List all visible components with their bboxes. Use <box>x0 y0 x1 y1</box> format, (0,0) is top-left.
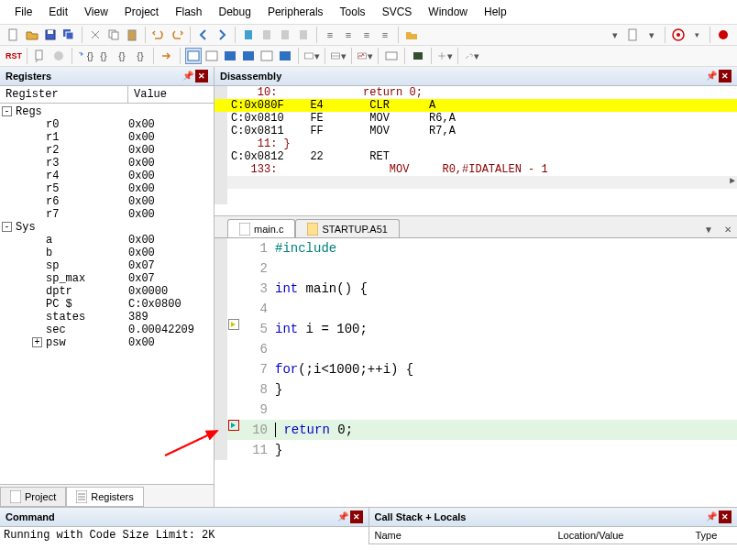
code-line[interactable]: 8 } <box>214 379 737 400</box>
disasm-line[interactable]: C:0x0811 FF MOV R7,A <box>214 125 737 137</box>
pin-icon[interactable]: 📌 <box>337 511 348 522</box>
tab-main-c[interactable]: main.c <box>227 219 295 238</box>
step-icon[interactable]: {} <box>132 48 148 64</box>
register-col[interactable]: Register <box>0 86 128 103</box>
indent-icon[interactable]: ≡ <box>322 27 338 43</box>
nav-fwd-icon[interactable] <box>214 27 230 43</box>
watch-icon[interactable]: ▾ <box>303 48 320 64</box>
record-icon[interactable] <box>715 27 732 43</box>
close-icon[interactable]: ✕ <box>195 70 208 82</box>
run-icon[interactable] <box>32 48 49 64</box>
bookmark-next-icon[interactable] <box>277 27 293 43</box>
menu-edit[interactable]: Edit <box>41 4 75 20</box>
copy-icon[interactable] <box>105 27 122 43</box>
config-icon[interactable]: ▾ <box>607 27 623 43</box>
code-editor[interactable]: 1#include23int main() {45 int i = 100;67… <box>214 237 737 507</box>
register-row[interactable]: r20x00 <box>0 144 214 157</box>
col-type[interactable]: Type <box>690 527 723 544</box>
register-row[interactable]: r60x00 <box>0 195 214 208</box>
tab-close-icon[interactable]: ✕ <box>719 222 737 237</box>
register-row[interactable]: a0x00 <box>0 234 214 247</box>
code-line[interactable]: 7 for(;i<1000;++i) { <box>214 359 737 379</box>
code-line[interactable]: 5 int i = 100; <box>214 319 737 339</box>
disasm-line[interactable]: C:0x0812 22 RET <box>214 150 737 163</box>
memory-icon[interactable]: ▾ <box>330 48 346 64</box>
close-icon[interactable]: ✕ <box>719 511 732 523</box>
tab-startup[interactable]: STARTUP.A51 <box>295 219 400 238</box>
command-output[interactable]: Running with Code Size Limit: 2K <box>0 527 368 544</box>
misc-b-icon[interactable]: ▾ <box>436 48 453 64</box>
bookmark-prev-icon[interactable] <box>258 27 275 43</box>
regs-group[interactable]: -Regs <box>0 105 214 118</box>
bookmark-clear-icon[interactable] <box>295 27 312 43</box>
misc-a-icon[interactable] <box>410 48 426 64</box>
register-row[interactable]: r70x00 <box>0 208 214 221</box>
save-icon[interactable] <box>42 27 59 43</box>
register-row[interactable]: r40x00 <box>0 170 214 182</box>
settings-icon[interactable]: ▾ <box>644 27 660 43</box>
dropdown-icon[interactable]: ▾ <box>688 27 705 43</box>
register-row[interactable]: r10x00 <box>0 131 214 144</box>
register-row[interactable]: sp0x07 <box>0 259 214 272</box>
col-name[interactable]: Name <box>369 527 553 544</box>
pin-icon[interactable]: 📌 <box>182 70 193 81</box>
pin-icon[interactable]: 📌 <box>706 511 717 522</box>
disasm-line[interactable]: C:0x0810 FE MOV R6,A <box>214 112 737 125</box>
disasm-line[interactable]: 10: return 0; <box>214 86 737 99</box>
col-location[interactable]: Location/Value <box>553 527 690 544</box>
save-all-icon[interactable] <box>60 27 77 43</box>
register-row[interactable]: sp_max0x07 <box>0 272 214 285</box>
trace-icon[interactable] <box>383 48 400 64</box>
nav-back-icon[interactable] <box>195 27 212 43</box>
code-line[interactable]: 3int main() { <box>214 279 737 299</box>
disassembly-view[interactable]: 10: return 0;C:0x080F E4 CLR AC:0x0810 F… <box>214 86 737 216</box>
disasm-line[interactable]: 11: } <box>214 137 737 150</box>
code-line[interactable]: 6 <box>214 339 737 359</box>
step-out-icon[interactable]: {} <box>114 48 130 64</box>
registers-tree[interactable]: -Regs r00x00r10x00r20x00r30x00r40x00r50x… <box>0 104 214 484</box>
toggle-d-icon[interactable] <box>258 48 275 64</box>
tab-dropdown-icon[interactable]: ▼ <box>698 222 719 237</box>
sys-group[interactable]: -Sys <box>0 221 214 234</box>
code-line[interactable]: 1#include <box>214 238 737 258</box>
cut-icon[interactable] <box>87 27 104 43</box>
step-into-icon[interactable]: {} <box>77 48 94 64</box>
register-row[interactable]: r30x00 <box>0 157 214 170</box>
analyzer-icon[interactable]: ▾ <box>357 48 373 64</box>
outdent-icon[interactable]: ≡ <box>340 27 357 43</box>
uncomment-icon[interactable]: ≡ <box>377 27 393 43</box>
disasm-line[interactable]: C:0x080F E4 CLR A <box>214 99 737 112</box>
find-icon[interactable] <box>403 27 420 43</box>
close-icon[interactable]: ✕ <box>350 511 363 523</box>
menu-window[interactable]: Window <box>421 4 475 20</box>
menu-view[interactable]: View <box>77 4 116 20</box>
register-row[interactable]: +psw0x00 <box>0 336 214 349</box>
disasm-line[interactable]: 133: MOV R0,#IDATALEN - 1 <box>214 163 737 176</box>
close-icon[interactable]: ✕ <box>719 70 732 82</box>
toggle-b-icon[interactable] <box>222 48 238 64</box>
menu-file[interactable]: File <box>7 4 39 20</box>
menu-help[interactable]: Help <box>477 4 514 20</box>
menu-debug[interactable]: Debug <box>212 4 258 20</box>
menu-project[interactable]: Project <box>117 4 166 20</box>
doc-icon[interactable] <box>625 27 642 43</box>
open-icon[interactable] <box>24 27 40 43</box>
bookmark-icon[interactable] <box>240 27 257 43</box>
code-line[interactable]: 10 return 0; <box>214 420 737 440</box>
comment-icon[interactable]: ≡ <box>358 27 375 43</box>
run-to-icon[interactable] <box>159 48 175 64</box>
code-line[interactable]: 2 <box>214 258 737 279</box>
register-row[interactable]: sec0.00042209 <box>0 324 214 336</box>
pin-icon[interactable]: 📌 <box>706 70 717 81</box>
register-row[interactable]: dptr0x0000 <box>0 285 214 298</box>
register-row[interactable]: r50x00 <box>0 182 214 195</box>
step-over-icon[interactable]: {} <box>95 48 112 64</box>
register-row[interactable]: states389 <box>0 311 214 324</box>
register-row[interactable]: r00x00 <box>0 118 214 131</box>
scroll-right-icon[interactable]: ► <box>730 176 735 189</box>
menu-peripherals[interactable]: Peripherals <box>260 4 331 20</box>
toggle-a-icon[interactable] <box>204 48 220 64</box>
menu-tools[interactable]: Tools <box>333 4 373 20</box>
stop-icon[interactable] <box>50 48 67 64</box>
tab-project[interactable]: Project <box>0 487 66 507</box>
